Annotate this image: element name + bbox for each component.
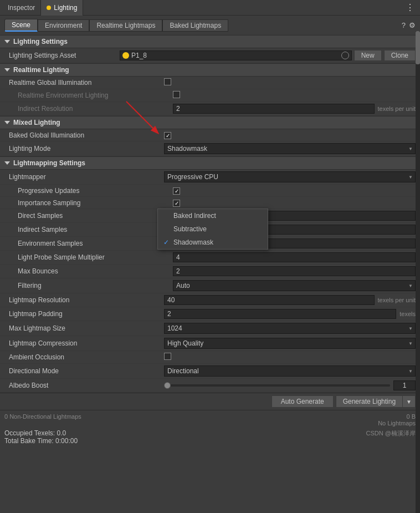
main-content: Lighting Settings Lighting Settings Asse… (0, 35, 420, 393)
realtime-lighting-triangle[interactable] (4, 68, 10, 72)
lightmap-compression-row: Lightmap Compression High Quality (0, 336, 420, 351)
importance-sampling-row: Importance Sampling (0, 197, 420, 209)
baked-gi-label: Baked Global Illumination (9, 131, 164, 139)
lightmapping-triangle[interactable] (4, 161, 10, 165)
lighting-dot (47, 6, 51, 10)
max-lightmap-size-dropdown-wrapper: 1024 (164, 323, 416, 334)
generate-lighting-button[interactable]: Generate Lighting (336, 395, 402, 408)
asset-icon (122, 52, 129, 59)
tab-scene[interactable]: Scene (4, 19, 38, 32)
indirect-resolution-label: Indirect Resolution (18, 105, 173, 113)
realtime-gi-row: Realtime Global Illumination (0, 77, 420, 89)
lightmapper-row: Lightmapper Progressive CPU (0, 170, 420, 185)
indirect-resolution-value: texels per unit (173, 104, 416, 114)
asset-picker-btn[interactable] (341, 52, 349, 59)
direct-samples-label: Direct Samples (18, 212, 173, 220)
ambient-occlusion-label: Ambient Occlusion (9, 353, 164, 361)
progressive-updates-checkbox[interactable] (173, 187, 180, 195)
popup-subtractive[interactable]: Subtractive (158, 222, 268, 236)
new-button[interactable]: New (354, 50, 382, 61)
asset-field: P1_8 (120, 50, 352, 60)
lightmap-size: 0 B (378, 413, 416, 420)
lightmap-compression-label: Lightmap Compression (9, 339, 164, 347)
max-bounces-input[interactable] (173, 266, 416, 276)
lightmapping-settings-header: Lightmapping Settings (0, 156, 420, 170)
ambient-occlusion-row: Ambient Occlusion (0, 351, 420, 364)
directional-mode-dropdown-wrapper: Directional (164, 365, 416, 377)
clone-button[interactable]: Clone (384, 50, 416, 61)
generate-lighting-split: Generate Lighting ▼ (336, 395, 416, 408)
realtime-lighting-title: Realtime Lighting (13, 66, 69, 74)
lightmapper-dropdown-wrapper: Progressive CPU (164, 171, 416, 182)
tab-baked-lightmaps[interactable]: Baked Lightmaps (162, 19, 228, 32)
realtime-gi-checkbox[interactable] (164, 78, 171, 85)
asset-label: Lighting Settings Asset (9, 52, 120, 59)
lighting-settings-triangle[interactable] (4, 40, 10, 43)
indirect-resolution-row: Indirect Resolution texels per unit (0, 102, 420, 116)
scrollbar-thumb[interactable] (416, 31, 420, 64)
lighting-mode-popup: Baked Indirect Subtractive Shadowmask (157, 209, 268, 250)
sub-tabs-bar: Scene Environment Realtime Lightmaps Bak… (0, 16, 420, 35)
filtering-dropdown[interactable]: Auto (173, 280, 416, 291)
auto-generate-button[interactable]: Auto Generate (272, 395, 334, 408)
baked-gi-value (164, 131, 416, 139)
title-menu-icon[interactable]: ⋮ (402, 2, 418, 13)
popup-shadowmask[interactable]: Shadowmask (158, 236, 268, 249)
lighting-mode-dropdown[interactable]: Shadowmask (164, 143, 416, 154)
filtering-row: Filtering Auto (0, 278, 420, 293)
progressive-updates-label: Progressive Updates (18, 187, 173, 195)
filtering-label: Filtering (18, 282, 173, 289)
help-icon[interactable]: ? (402, 21, 406, 29)
scrollbar[interactable] (416, 31, 420, 513)
directional-mode-dropdown[interactable]: Directional (164, 365, 416, 377)
csdn-watermark: CSDN @楠溪泽岸 (366, 429, 416, 445)
mixed-lighting-triangle[interactable] (4, 121, 10, 124)
realtime-gi-label: Realtime Global Illumination (9, 79, 164, 87)
lightmap-padding-row: Lightmap Padding texels (0, 307, 420, 321)
ambient-occlusion-value (164, 353, 416, 362)
settings-icon[interactable]: ⚙ (409, 21, 416, 29)
popup-baked-indirect[interactable]: Baked Indirect (158, 209, 268, 222)
baked-gi-checkbox[interactable] (164, 132, 171, 139)
lightmapping-title: Lightmapping Settings (13, 159, 85, 167)
albedo-boost-input[interactable] (393, 380, 416, 390)
tab-environment[interactable]: Environment (38, 19, 89, 32)
realtime-gi-value (164, 78, 416, 87)
lighting-mode-label: Lighting Mode (9, 145, 164, 153)
lighting-tab-label: Lighting (54, 4, 77, 12)
directional-mode-row: Directional Mode Directional (0, 364, 420, 379)
lightmapper-dropdown[interactable]: Progressive CPU (164, 171, 416, 182)
importance-sampling-value (173, 199, 416, 207)
generate-lighting-dropdown[interactable]: ▼ (402, 395, 416, 408)
progressive-updates-value (173, 187, 416, 195)
lighting-settings-asset-row: Lighting Settings Asset P1_8 New Clone (0, 48, 420, 63)
lightmap-padding-units: texels (399, 311, 416, 317)
no-lightmaps: No Lightmaps (378, 420, 416, 426)
realtime-env-value (173, 91, 416, 100)
lightmap-compression-dropdown[interactable]: High Quality (164, 338, 416, 349)
ambient-occlusion-checkbox[interactable] (164, 353, 171, 360)
lightmap-resolution-value: texels per unit (164, 295, 416, 305)
bottom-buttons-bar: Auto Generate Generate Lighting ▼ (0, 393, 420, 410)
albedo-boost-label: Albedo Boost (9, 382, 164, 389)
importance-sampling-checkbox[interactable] (173, 200, 180, 207)
realtime-env-label: Realtime Environment Lighting (18, 92, 173, 99)
max-lightmap-size-dropdown[interactable]: 1024 (164, 323, 416, 334)
environment-samples-label: Environment Samples (18, 240, 173, 247)
max-lightmap-size-label: Max Lightmap Size (9, 324, 164, 332)
lightmap-resolution-units: texels per unit (378, 297, 416, 303)
tab-realtime-lightmaps[interactable]: Realtime Lightmaps (89, 19, 162, 32)
light-probe-input[interactable] (173, 252, 416, 262)
indirect-resolution-input[interactable] (173, 104, 375, 114)
lightmap-padding-input[interactable] (164, 309, 396, 319)
max-lightmap-size-row: Max Lightmap Size 1024 (0, 321, 420, 336)
lightmap-resolution-input[interactable] (164, 295, 375, 305)
total-bake-time: Total Bake Time: 0:00:00 (4, 437, 78, 445)
mixed-lighting-title: Mixed Lighting (13, 119, 60, 126)
lighting-tab[interactable]: Lighting (41, 0, 83, 16)
realtime-env-checkbox[interactable] (173, 91, 180, 98)
lightmapper-label: Lightmapper (9, 173, 164, 181)
albedo-boost-slider[interactable] (164, 384, 390, 387)
inspector-tab[interactable]: Inspector (2, 0, 41, 16)
footer: 0 Non-Directional Lightmaps 0 B No Light… (0, 410, 420, 447)
